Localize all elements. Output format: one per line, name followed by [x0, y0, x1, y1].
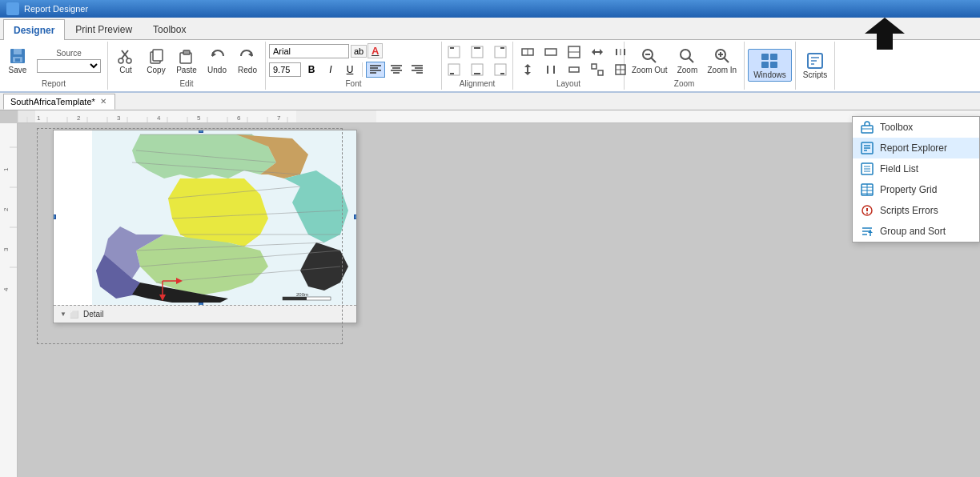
scripts-label: Scripts: [803, 70, 828, 79]
align-left-button[interactable]: [366, 62, 385, 78]
layout-btn1[interactable]: [516, 44, 539, 60]
layout-btn3[interactable]: [563, 44, 585, 60]
copy-button[interactable]: Copy: [142, 44, 171, 77]
svg-marker-44: [600, 49, 603, 55]
align-top-left-button[interactable]: [443, 44, 465, 60]
scripts-icon: [805, 51, 825, 70]
ribbon-group-alignment: Alignment: [442, 42, 513, 90]
source-label: Source: [56, 49, 82, 58]
tab-print-preview[interactable]: Print Preview: [65, 18, 143, 39]
save-icon: [8, 46, 27, 66]
scripts-errors-menu-icon: [861, 204, 874, 217]
paste-icon: [177, 46, 196, 66]
windows-group-content: Windows: [748, 43, 792, 86]
svg-text:200m: 200m: [296, 292, 308, 297]
layout-group-label: Layout: [516, 78, 621, 88]
redo-icon: [238, 46, 257, 66]
align-top-center-button[interactable]: [466, 44, 488, 60]
svg-text:4: 4: [157, 114, 161, 122]
cut-icon: [116, 46, 135, 66]
svg-text:7: 7: [277, 114, 281, 122]
main-content: Designer Print Preview Toolbox Save Sour…: [0, 18, 980, 477]
layout-btn6[interactable]: [516, 62, 539, 78]
menu-item-report-explorer[interactable]: Report Explorer: [853, 138, 979, 158]
svg-marker-45: [592, 49, 595, 55]
scripts-button[interactable]: Scripts: [799, 49, 832, 82]
font-ab-button[interactable]: ab: [351, 45, 367, 58]
ruler-vertical: 1 2 3 4: [0, 123, 18, 477]
layout-btn2[interactable]: [540, 44, 562, 60]
copy-label: Copy: [147, 66, 165, 74]
menu-item-property-grid[interactable]: Property Grid: [853, 179, 979, 200]
tab-designer[interactable]: Designer: [3, 19, 65, 40]
paste-button[interactable]: Paste: [172, 44, 201, 77]
font-color-wrapper: A: [368, 43, 383, 58]
undo-label: Undo: [207, 66, 227, 74]
zoom-in-button[interactable]: Zoom In: [703, 44, 741, 77]
document-tab-label: SouthAfricaTemplate*: [10, 97, 95, 106]
font-name-input[interactable]: [269, 44, 349, 58]
source-group: Source: [34, 47, 104, 74]
title-text: Report Designer: [24, 4, 88, 14]
report-page: 200m ▼ ⬜ Detail: [53, 130, 357, 323]
menu-item-toolbox[interactable]: Toolbox: [853, 117, 979, 138]
windows-button[interactable]: Windows: [748, 49, 792, 82]
menu-item-group-and-sort[interactable]: Group and Sort: [853, 221, 979, 242]
ribbon-group-report: Save Source Report: [0, 42, 108, 90]
svg-point-63: [681, 50, 690, 59]
menu-item-scripts-errors[interactable]: Scripts Errors: [853, 200, 979, 221]
svg-marker-51: [524, 64, 531, 67]
save-button[interactable]: Save: [3, 44, 32, 77]
copy-icon: [147, 46, 166, 66]
svg-point-95: [866, 213, 868, 214]
report-explorer-menu-icon: [861, 142, 874, 154]
zoom-button[interactable]: Zoom: [673, 44, 701, 77]
svg-rect-139: [283, 297, 307, 300]
zoom-out-button[interactable]: Zoom Out: [628, 44, 671, 77]
tab-toolbox[interactable]: Toolbox: [143, 18, 196, 39]
svg-text:1: 1: [2, 167, 10, 171]
source-dropdown[interactable]: [37, 59, 101, 73]
layout-row2: [516, 62, 632, 78]
ribbon-group-scripts: Scripts: [796, 42, 836, 90]
layout-btn8[interactable]: [563, 62, 585, 78]
ruler-h-ticks: 1 2 3 4 5 6 7: [18, 110, 980, 123]
font-size-input[interactable]: [269, 62, 301, 77]
align-center-button[interactable]: [387, 62, 406, 78]
toolbox-menu-icon: [861, 121, 874, 134]
svg-rect-71: [761, 62, 769, 68]
cut-button[interactable]: Cut: [111, 44, 140, 77]
layout-btn9[interactable]: [586, 62, 608, 78]
menu-item-field-list[interactable]: Field List: [853, 158, 979, 179]
undo-button[interactable]: Undo: [203, 44, 231, 77]
bold-button[interactable]: B: [303, 62, 320, 78]
underline-button[interactable]: U: [341, 62, 359, 78]
align-top-right-button[interactable]: [489, 44, 512, 60]
svg-rect-1: [14, 49, 22, 54]
document-tab[interactable]: SouthAfricaTemplate* ✕: [3, 94, 115, 110]
detail-band: ▼ ⬜ Detail: [54, 305, 356, 323]
align-bottom-right-button[interactable]: [489, 62, 512, 78]
svg-rect-9: [153, 50, 163, 61]
align-bottom-left-button[interactable]: [443, 62, 465, 78]
field-list-menu-icon: [861, 162, 874, 175]
svg-rect-70: [770, 54, 777, 60]
svg-rect-3: [15, 58, 20, 62]
svg-rect-11: [183, 50, 190, 54]
zoom-label: Zoom: [677, 66, 698, 74]
align-bottom-center-button[interactable]: [466, 62, 488, 78]
align-right-button[interactable]: [408, 62, 427, 78]
svg-line-64: [689, 58, 694, 63]
font-divider: [362, 62, 363, 77]
redo-button[interactable]: Redo: [233, 44, 262, 77]
report-explorer-menu-label: Report Explorer: [880, 142, 947, 154]
italic-button[interactable]: I: [322, 62, 339, 78]
font-color-button[interactable]: A: [368, 43, 383, 58]
report-content-area: 200m: [54, 130, 356, 305]
layout-btn4[interactable]: [586, 44, 608, 60]
ribbon-spacer: [835, 42, 980, 90]
document-tab-close[interactable]: ✕: [98, 97, 108, 106]
report-group-content: Save Source: [3, 43, 104, 78]
layout-btn7[interactable]: [540, 62, 562, 78]
south-africa-map: 200m: [92, 130, 356, 305]
